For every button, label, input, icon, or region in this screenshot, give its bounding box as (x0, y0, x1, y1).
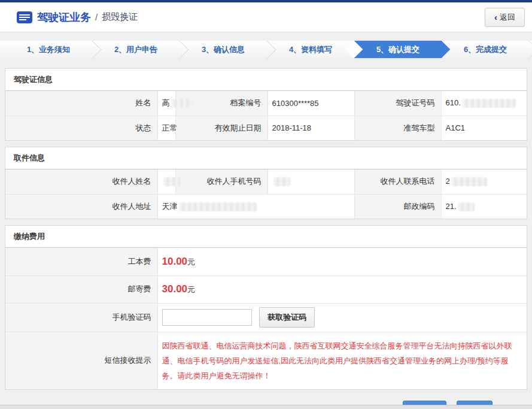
pickup-info-table: 收件人姓名 收件人手机号码 收件人联系电话 2 收件人地址 天津 邮政编码 21… (5, 169, 527, 219)
pickup-info-title: 取件信息 (5, 147, 527, 169)
footer-band (0, 405, 532, 409)
step-2-user-declaration[interactable]: 2、用户申告 (92, 41, 180, 58)
cost-fee-label: 工本费 (5, 248, 157, 275)
recipient-contact-label: 收件人联系电话 (354, 169, 441, 194)
status-label: 状态 (5, 116, 157, 140)
back-button-label: 返回 (500, 12, 515, 23)
vehicle-type-value: A1C1 (441, 116, 527, 140)
redacted-value (273, 177, 290, 186)
redacted-value (171, 99, 193, 108)
step-progress-bar: 1、业务须知 2、用户申告 3、确认信息 4、资料填写 5、确认提交 6、完成提… (0, 41, 532, 59)
table-row: 短信接收提示 因陕西省联通、电信运营商技术问题，陕西省互联网交通安全综合服务管理… (5, 332, 527, 389)
redacted-value (462, 99, 516, 108)
table-row: 姓名 高 档案编号 610300****85 驾驶证号码 610. (5, 91, 527, 116)
breadcrumb-separator: / (95, 12, 98, 22)
recipient-contact-value: 2 (441, 169, 527, 194)
table-row: 工本费 10.00元 (5, 248, 527, 275)
sms-code-input[interactable] (162, 309, 252, 326)
redacted-value (163, 177, 180, 186)
id-card-list-icon (17, 11, 32, 23)
license-no-label: 驾驶证号码 (354, 91, 441, 116)
step-6-complete-submit[interactable]: 6、完成提交 (442, 41, 529, 58)
sms-notice-label: 短信接收提示 (5, 332, 157, 389)
recipient-name-value (157, 169, 175, 194)
get-sms-code-button[interactable]: 获取验证码 (259, 307, 315, 328)
recipient-address-label: 收件人地址 (5, 194, 157, 219)
recipient-mobile-value (267, 169, 354, 194)
postal-code-label: 邮政编码 (354, 194, 441, 219)
mail-fee-value: 30.00元 (157, 275, 527, 303)
license-info-table: 姓名 高 档案编号 610300****85 驾驶证号码 610. 状态 正常 … (5, 91, 527, 140)
postal-code-value: 21. (441, 194, 527, 219)
redacted-value (179, 202, 257, 211)
step-1-business-notice[interactable]: 1、业务须知 (5, 41, 92, 58)
recipient-mobile-label: 收件人手机号码 (175, 169, 267, 194)
fee-section: 缴纳费用 工本费 10.00元 邮寄费 30.00元 手机验证码 获取验证码 短… (5, 225, 527, 390)
step-3-confirm-info[interactable]: 3、确认信息 (180, 41, 267, 58)
page-header: 驾驶证业务 / 损毁换证 ‹ 返回 (0, 2, 532, 32)
pickup-info-section: 取件信息 收件人姓名 收件人手机号码 收件人联系电话 2 收件人地址 天津 邮政… (5, 147, 527, 219)
license-info-title: 驾驶证信息 (5, 69, 527, 91)
sms-code-cell: 获取验证码 (157, 303, 527, 332)
table-row: 状态 正常 有效期止日期 2018-11-18 准驾车型 A1C1 (5, 116, 527, 140)
recipient-address-value: 天津 (157, 194, 354, 219)
cost-fee-value: 10.00元 (157, 248, 527, 275)
expiry-label: 有效期止日期 (175, 116, 267, 140)
fee-table: 工本费 10.00元 邮寄费 30.00元 手机验证码 获取验证码 短信接收提示… (5, 248, 527, 389)
sms-code-label: 手机验证码 (5, 303, 157, 332)
chevron-left-icon: ‹ (494, 13, 497, 22)
recipient-name-label: 收件人姓名 (5, 169, 157, 194)
name-value: 高 (157, 91, 175, 116)
file-no-value: 610300****85 (267, 91, 354, 116)
name-label: 姓名 (5, 91, 157, 116)
sms-notice-text: 因陕西省联通、电信运营商技术问题，陕西省互联网交通安全综合服务管理平台无法向持陕… (157, 332, 527, 389)
table-row: 收件人姓名 收件人手机号码 收件人联系电话 2 (5, 169, 527, 194)
redacted-value (458, 202, 475, 211)
table-row: 邮寄费 30.00元 (5, 275, 527, 303)
step-5-confirm-submit-active[interactable]: 5、确认提交 (354, 41, 442, 58)
table-row: 手机验证码 获取验证码 (5, 303, 527, 332)
page-title: 驾驶证业务 (37, 10, 91, 25)
license-no-value: 610. (441, 91, 527, 116)
table-row: 收件人地址 天津 邮政编码 21. (5, 194, 527, 219)
license-info-section: 驾驶证信息 姓名 高 档案编号 610300****85 驾驶证号码 610. … (5, 68, 527, 141)
expiry-value: 2018-11-18 (267, 116, 354, 140)
status-value: 正常 (157, 116, 175, 140)
breadcrumb-current: 损毁换证 (102, 11, 138, 23)
vehicle-type-label: 准驾车型 (354, 116, 441, 140)
mail-fee-label: 邮寄费 (5, 275, 157, 303)
back-button[interactable]: ‹ 返回 (485, 8, 525, 27)
redacted-value (451, 177, 487, 186)
step-4-fill-data[interactable]: 4、资料填写 (267, 41, 354, 58)
fee-section-title: 缴纳费用 (5, 226, 527, 248)
